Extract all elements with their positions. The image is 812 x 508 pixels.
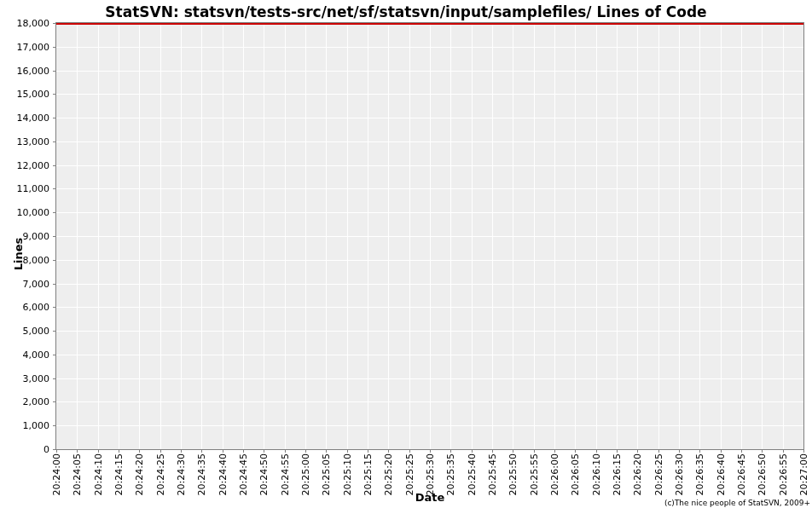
gridline-v xyxy=(637,23,638,449)
gridline-v xyxy=(679,23,680,449)
gridline-v xyxy=(472,23,473,449)
x-tick-label: 20:26:35 xyxy=(694,453,705,495)
y-tick-label: 8,000 xyxy=(23,254,50,265)
gridline-v xyxy=(347,23,348,449)
x-tick-label: 20:25:15 xyxy=(362,453,374,495)
x-tick-label: 20:26:55 xyxy=(777,453,788,495)
x-tick-label: 20:26:15 xyxy=(612,453,623,495)
gridline-v xyxy=(575,23,576,449)
x-tick-label: 20:26:05 xyxy=(570,453,581,495)
x-tick-label: 20:24:15 xyxy=(113,453,125,495)
gridline-v xyxy=(596,23,597,449)
gridline-v xyxy=(409,23,410,449)
series-line xyxy=(56,23,803,25)
y-tick-label: 6,000 xyxy=(23,302,50,313)
y-tick-label: 18,000 xyxy=(17,18,50,29)
gridline-v xyxy=(450,23,451,449)
x-tick-label: 20:26:50 xyxy=(757,453,768,495)
x-tick-label: 20:25:50 xyxy=(508,453,519,495)
gridline-v xyxy=(264,23,264,449)
gridline-v xyxy=(181,23,182,449)
gridline-v xyxy=(492,23,493,449)
y-tick-label: 11,000 xyxy=(17,183,50,194)
gridline-v xyxy=(388,23,389,449)
gridline-v xyxy=(201,23,202,449)
y-tick-label: 17,000 xyxy=(17,41,50,52)
x-tick-label: 20:26:20 xyxy=(632,453,643,495)
x-axis-ticks: 20:24:0020:24:0520:24:1020:24:1520:24:20… xyxy=(55,450,804,491)
x-tick-label: 20:25:25 xyxy=(403,453,415,495)
x-tick-label: 20:26:00 xyxy=(549,453,560,495)
x-tick-label: 20:25:00 xyxy=(300,453,311,495)
gridline-v xyxy=(223,23,223,449)
gridline-v xyxy=(430,23,431,449)
x-tick-label: 20:24:30 xyxy=(176,453,187,495)
gridline-v xyxy=(305,23,306,449)
x-tick-label: 20:25:35 xyxy=(445,453,456,495)
gridline-v xyxy=(139,23,140,449)
gridline-v xyxy=(119,23,119,449)
gridline-v xyxy=(368,23,368,449)
chart-title: StatSVN: statsvn/tests-src/net/sf/statsv… xyxy=(0,3,812,20)
gridline-v xyxy=(243,23,244,449)
y-axis-ticks: 01,0002,0003,0004,0005,0006,0007,0008,00… xyxy=(0,22,53,450)
x-tick-label: 20:25:55 xyxy=(528,453,539,495)
gridline-v xyxy=(617,23,618,449)
y-tick-label: 4,000 xyxy=(23,349,50,360)
plot-area xyxy=(55,22,804,450)
gridline-v xyxy=(554,23,555,449)
x-tick-label: 20:24:25 xyxy=(154,453,165,495)
x-tick-label: 20:24:35 xyxy=(196,453,207,495)
y-tick-label: 2,000 xyxy=(23,396,50,407)
x-tick-label: 20:24:10 xyxy=(92,453,103,495)
gridline-v xyxy=(762,23,763,449)
x-tick-label: 20:25:20 xyxy=(383,453,394,495)
y-tick-label: 10,000 xyxy=(17,207,50,218)
chart-container: StatSVN: statsvn/tests-src/net/sf/statsv… xyxy=(0,0,812,508)
y-tick-label: 7,000 xyxy=(23,278,50,289)
x-tick-label: 20:25:10 xyxy=(341,453,352,495)
x-tick-label: 20:24:45 xyxy=(238,453,249,495)
x-tick-label: 20:26:10 xyxy=(590,453,601,495)
x-tick-label: 20:24:55 xyxy=(279,453,290,495)
y-tick-label: 0 xyxy=(44,444,49,455)
x-tick-label: 20:25:30 xyxy=(425,453,436,495)
gridline-v xyxy=(741,23,742,449)
gridline-v xyxy=(513,23,513,449)
y-tick-label: 9,000 xyxy=(23,231,50,242)
x-tick-label: 20:27:00 xyxy=(798,453,809,495)
gridline-v xyxy=(326,23,327,449)
y-tick-label: 12,000 xyxy=(17,159,50,170)
x-tick-label: 20:24:05 xyxy=(72,453,83,495)
y-tick-label: 5,000 xyxy=(23,326,50,337)
x-tick-label: 20:24:00 xyxy=(51,453,62,495)
y-tick-label: 15,000 xyxy=(17,89,50,100)
gridline-v xyxy=(285,23,286,449)
x-tick-label: 20:24:20 xyxy=(134,453,145,495)
x-tick-label: 20:25:45 xyxy=(487,453,498,495)
gridline-v xyxy=(783,23,784,449)
credit-text: (c)The nice people of StatSVN, 2009+ xyxy=(664,499,810,507)
x-tick-label: 20:25:05 xyxy=(321,453,332,495)
y-tick-label: 16,000 xyxy=(17,65,50,76)
x-tick-label: 20:24:50 xyxy=(258,453,270,495)
y-tick-label: 13,000 xyxy=(17,136,50,147)
x-tick-label: 20:26:25 xyxy=(652,453,664,495)
gridline-v xyxy=(699,23,700,449)
y-tick-label: 14,000 xyxy=(17,113,50,124)
x-tick-label: 20:26:30 xyxy=(674,453,685,495)
gridline-v xyxy=(721,23,722,449)
gridline-v xyxy=(658,23,659,449)
gridline-v xyxy=(77,23,78,449)
gridline-v xyxy=(98,23,99,449)
x-tick-label: 20:25:40 xyxy=(466,453,477,495)
gridline-v xyxy=(534,23,535,449)
y-tick-label: 1,000 xyxy=(23,420,50,431)
x-tick-label: 20:26:45 xyxy=(736,453,747,495)
x-tick-label: 20:24:40 xyxy=(217,453,228,495)
y-axis-label: Lines xyxy=(12,238,25,271)
gridline-v xyxy=(160,23,161,449)
y-tick-label: 3,000 xyxy=(23,372,50,384)
x-tick-label: 20:26:40 xyxy=(715,453,726,495)
